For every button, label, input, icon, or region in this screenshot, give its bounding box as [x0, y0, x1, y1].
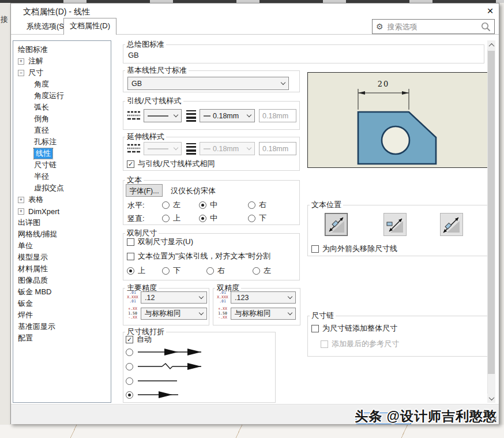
base-standard-select[interactable]: GB — [127, 77, 289, 90]
tree-item-model-display[interactable]: 模型显示 — [13, 252, 111, 263]
h-right-radio[interactable]: 右 — [248, 200, 266, 210]
remove-dim-line-checkbox[interactable]: 为向外箭头移除尺寸线 — [311, 244, 397, 254]
tree-item-tables[interactable]: +表格 — [13, 194, 111, 205]
dual-right-radio[interactable]: 右 — [206, 265, 225, 276]
text-offset-position-button[interactable] — [383, 213, 407, 236]
expand-plus-icon[interactable]: + — [18, 208, 24, 215]
gear-icon: ⚙ — [376, 22, 383, 31]
tree-item-dimensions[interactable]: −尺寸 — [13, 67, 111, 78]
tree-item-arc-length[interactable]: 弧长 — [13, 102, 111, 113]
tree-item-dimxpert[interactable]: +DimXpert — [13, 205, 111, 217]
same-as-leader-checkbox[interactable]: ✓ 与引线/尺寸线样式相同 — [127, 159, 215, 169]
main-scrollbar-thumb[interactable] — [488, 51, 495, 374]
tab-document-properties[interactable]: 文档属性(D) — [63, 18, 116, 35]
thin-line-sample — [204, 148, 210, 150]
break-style-plain-line-radio[interactable] — [126, 376, 205, 385]
tree-item-units[interactable]: 单位 — [13, 240, 111, 252]
tree-item-weldments[interactable]: 焊件 — [13, 309, 111, 321]
leader-line-style-select[interactable] — [144, 109, 182, 122]
scroll-down-icon[interactable] — [487, 394, 495, 403]
tree-item-sheet-metal-mbd[interactable]: 钣金 MBD — [13, 286, 111, 298]
expand-plus-icon[interactable]: + — [18, 58, 24, 65]
tree-item-detailing[interactable]: 出详图 — [13, 217, 111, 229]
radio-icon — [248, 215, 255, 222]
chevron-down-icon — [199, 310, 204, 315]
expand-plus-icon[interactable]: + — [18, 197, 24, 203]
dialog-title: 文档属性(D) - 线性 — [23, 7, 90, 17]
radio-icon — [253, 267, 260, 275]
tree-item-radius[interactable]: 半径 — [13, 171, 111, 182]
scroll-up-icon[interactable] — [487, 40, 495, 50]
font-button[interactable]: 字体(F)... — [126, 184, 163, 197]
collapse-minus-icon[interactable]: − — [18, 70, 24, 76]
line-thickness-icon — [186, 110, 196, 122]
tree-item-angular-running[interactable]: 角度运行 — [13, 90, 111, 102]
text-inline-icon — [327, 215, 345, 234]
close-icon[interactable]: × — [483, 5, 497, 18]
dual-top-radio[interactable]: 上 — [127, 265, 145, 276]
unchecked-checkbox-icon — [127, 238, 134, 246]
chain-add-overall-checkbox[interactable]: 为尺寸链添加整体尺寸 — [311, 323, 397, 334]
extension-line-style-select[interactable] — [144, 142, 182, 155]
extension-custom-thickness-input[interactable] — [259, 142, 296, 155]
dual-left-radio[interactable]: 左 — [253, 265, 271, 276]
search-input[interactable] — [386, 22, 479, 32]
tree-item-drafting-standard[interactable]: 绘图标准 — [13, 44, 111, 55]
background-clipped-text: 接 — [1, 14, 10, 25]
line-thickness-icon — [186, 143, 196, 155]
leader-thickness-select[interactable]: 0.18mm — [200, 109, 255, 122]
text-broken-line-position-button[interactable] — [440, 213, 463, 236]
preview-drawing: 20 — [308, 73, 488, 167]
tree-item-grid-snap[interactable]: 网格线/捕捉 — [13, 229, 111, 240]
tree-item-ordinate[interactable]: 尺寸链 — [13, 159, 111, 171]
tree-item-annotations[interactable]: +注解 — [13, 55, 111, 67]
primary-precision-select[interactable]: .12 — [141, 291, 207, 304]
tree-item-diameter[interactable]: 直径 — [13, 125, 111, 136]
radio-selected-icon — [126, 391, 133, 399]
unchecked-checkbox-icon — [321, 340, 328, 348]
tree-item-hole-callout[interactable]: 孔标注 — [13, 136, 111, 148]
plain-line-glyph — [137, 376, 205, 385]
tree-item-virtual-sharps[interactable]: 虚拟交点 — [13, 182, 111, 194]
solid-line-sample — [148, 148, 168, 150]
v-top-radio[interactable]: 上 — [162, 213, 180, 223]
tree-item-image-quality[interactable]: 图像品质 — [13, 275, 111, 286]
dual-bottom-radio[interactable]: 下 — [162, 265, 180, 276]
vertical-label: 竖直: — [127, 214, 145, 224]
auto-break-checkbox[interactable]: ✓ 自动 — [126, 334, 152, 345]
resize-grip-icon[interactable] — [490, 415, 497, 422]
dual-precision-select[interactable]: .123 — [231, 291, 296, 304]
extension-thickness-select[interactable]: 0.18mm — [200, 142, 255, 155]
tree-item-material-properties[interactable]: 材料属性 — [13, 263, 111, 275]
leader-custom-thickness-input[interactable] — [259, 109, 296, 122]
tree-item-angle[interactable]: 角度 — [13, 78, 111, 90]
chevron-down-icon — [281, 80, 285, 85]
break-style-zigzag-radio[interactable] — [126, 362, 205, 371]
break-style-two-arrows-radio[interactable] — [126, 347, 205, 357]
tree-item-chamfer[interactable]: 倒角 — [13, 113, 111, 125]
tree-item-plane-display[interactable]: 基准面显示 — [13, 321, 111, 332]
chevron-down-icon — [288, 294, 292, 299]
text-inline-position-button[interactable] — [325, 213, 348, 236]
h-center-radio[interactable]: 中 — [199, 200, 217, 210]
tree-item-linear-selected[interactable]: 线性 — [13, 148, 111, 159]
tree-item-configurations[interactable]: 配置 — [13, 332, 111, 344]
break-style-single-arrow-radio[interactable] — [126, 390, 205, 399]
split-text-checkbox[interactable]: 文本位置为"实体引线，对齐文本"时分割 — [127, 251, 270, 261]
primary-tolerance-select[interactable]: 与标称相同 — [141, 308, 207, 320]
unchecked-checkbox-icon — [311, 325, 319, 332]
radio-icon — [162, 215, 170, 222]
chain-add-reference-checkbox[interactable]: 添加最后的参考尺寸 — [321, 339, 399, 349]
dual-display-checkbox[interactable]: 双制尺寸显示(U) — [127, 237, 193, 247]
two-arrows-glyph — [137, 347, 205, 357]
v-middle-radio[interactable]: 中 — [199, 213, 217, 223]
h-left-radio[interactable]: 左 — [162, 200, 180, 210]
dual-tolerance-select[interactable]: 与标称相同 — [231, 308, 296, 320]
search-box[interactable]: ⚙ — [372, 19, 495, 34]
tree-item-sheet-metal[interactable]: 钣金 — [13, 298, 111, 309]
background-left-edge: 接 — [0, 3, 10, 425]
unit-precision-icon: .01X.XXX.01 — [215, 291, 230, 305]
v-bottom-radio[interactable]: 下 — [248, 213, 266, 223]
radio-icon — [126, 377, 133, 385]
group-chain-dimensions: 尺寸链 — [307, 310, 488, 357]
